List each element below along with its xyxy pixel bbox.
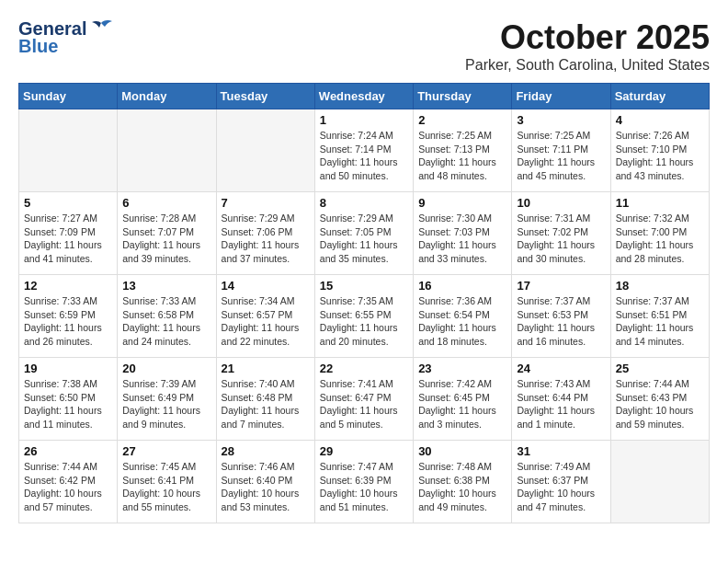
cell-w4-d5: 23Sunrise: 7:42 AMSunset: 6:45 PMDayligh… [414, 358, 512, 441]
week-row-4: 19Sunrise: 7:38 AMSunset: 6:50 PMDayligh… [19, 358, 710, 441]
day-number: 26 [24, 444, 112, 458]
cell-w3-d7: 18Sunrise: 7:37 AMSunset: 6:51 PMDayligh… [610, 275, 709, 358]
cell-w5-d5: 30Sunrise: 7:48 AMSunset: 6:38 PMDayligh… [414, 441, 512, 523]
day-info: Sunrise: 7:31 AMSunset: 7:02 PMDaylight:… [517, 212, 605, 266]
day-info: Sunrise: 7:30 AMSunset: 7:03 PMDaylight:… [418, 212, 506, 266]
day-number: 9 [418, 196, 506, 210]
cell-w4-d4: 22Sunrise: 7:41 AMSunset: 6:47 PMDayligh… [314, 358, 413, 441]
cell-w3-d4: 15Sunrise: 7:35 AMSunset: 6:55 PMDayligh… [314, 275, 413, 358]
day-number: 16 [418, 279, 506, 293]
day-number: 2 [418, 113, 506, 127]
day-info: Sunrise: 7:41 AMSunset: 6:47 PMDaylight:… [320, 377, 408, 431]
week-row-3: 12Sunrise: 7:33 AMSunset: 6:59 PMDayligh… [19, 275, 710, 358]
col-saturday: Saturday [610, 84, 709, 109]
day-info: Sunrise: 7:35 AMSunset: 6:55 PMDaylight:… [320, 294, 408, 349]
cell-w5-d7 [610, 441, 709, 523]
cell-w1-d1 [19, 109, 118, 192]
day-number: 14 [222, 279, 310, 293]
day-number: 23 [418, 362, 506, 375]
day-info: Sunrise: 7:32 AMSunset: 7:00 PMDaylight:… [616, 212, 704, 266]
cell-w2-d1: 5Sunrise: 7:27 AMSunset: 7:09 PMDaylight… [19, 192, 118, 275]
cell-w1-d7: 4Sunrise: 7:26 AMSunset: 7:10 PMDaylight… [610, 109, 709, 192]
month-title: October 2025 [465, 18, 710, 57]
day-info: Sunrise: 7:38 AMSunset: 6:50 PMDaylight:… [24, 377, 112, 431]
day-number: 31 [517, 444, 605, 458]
col-tuesday: Tuesday [216, 84, 314, 109]
cell-w2-d7: 11Sunrise: 7:32 AMSunset: 7:00 PMDayligh… [610, 192, 709, 275]
day-info: Sunrise: 7:48 AMSunset: 6:38 PMDaylight:… [418, 460, 506, 514]
day-number: 27 [122, 444, 210, 458]
cell-w1-d6: 3Sunrise: 7:25 AMSunset: 7:11 PMDaylight… [512, 109, 610, 192]
col-wednesday: Wednesday [314, 84, 413, 109]
day-info: Sunrise: 7:27 AMSunset: 7:09 PMDaylight:… [24, 212, 112, 266]
day-number: 20 [122, 362, 210, 375]
logo-bird-icon [88, 19, 114, 40]
day-info: Sunrise: 7:29 AMSunset: 7:05 PMDaylight:… [320, 212, 408, 266]
day-info: Sunrise: 7:46 AMSunset: 6:40 PMDaylight:… [222, 460, 310, 514]
day-number: 10 [517, 196, 605, 210]
cell-w3-d5: 16Sunrise: 7:36 AMSunset: 6:54 PMDayligh… [414, 275, 512, 358]
day-number: 11 [616, 196, 704, 210]
day-number: 4 [616, 113, 704, 127]
day-number: 21 [222, 362, 310, 375]
cell-w4-d7: 25Sunrise: 7:44 AMSunset: 6:43 PMDayligh… [610, 358, 709, 441]
day-number: 15 [320, 279, 408, 293]
day-info: Sunrise: 7:36 AMSunset: 6:54 PMDaylight:… [418, 294, 506, 349]
day-info: Sunrise: 7:25 AMSunset: 7:11 PMDaylight:… [517, 129, 605, 183]
title-section: October 2025 Parker, South Carolina, Uni… [465, 18, 710, 74]
week-row-2: 5Sunrise: 7:27 AMSunset: 7:09 PMDaylight… [19, 192, 710, 275]
calendar-header-row: Sunday Monday Tuesday Wednesday Thursday… [19, 84, 710, 109]
day-info: Sunrise: 7:42 AMSunset: 6:45 PMDaylight:… [418, 377, 506, 431]
day-info: Sunrise: 7:26 AMSunset: 7:10 PMDaylight:… [616, 129, 704, 183]
cell-w5-d2: 27Sunrise: 7:45 AMSunset: 6:41 PMDayligh… [118, 441, 216, 523]
week-row-1: 1Sunrise: 7:24 AMSunset: 7:14 PMDaylight… [19, 109, 710, 192]
day-info: Sunrise: 7:33 AMSunset: 6:59 PMDaylight:… [24, 294, 112, 349]
cell-w2-d6: 10Sunrise: 7:31 AMSunset: 7:02 PMDayligh… [512, 192, 610, 275]
day-info: Sunrise: 7:47 AMSunset: 6:39 PMDaylight:… [320, 460, 408, 514]
location: Parker, South Carolina, United States [465, 57, 710, 74]
cell-w4-d3: 21Sunrise: 7:40 AMSunset: 6:48 PMDayligh… [216, 358, 314, 441]
day-info: Sunrise: 7:24 AMSunset: 7:14 PMDaylight:… [320, 129, 408, 183]
cell-w2-d5: 9Sunrise: 7:30 AMSunset: 7:03 PMDaylight… [414, 192, 512, 275]
day-number: 28 [222, 444, 310, 458]
day-number: 6 [122, 196, 210, 210]
day-number: 13 [122, 279, 210, 293]
cell-w4-d1: 19Sunrise: 7:38 AMSunset: 6:50 PMDayligh… [19, 358, 118, 441]
col-monday: Monday [118, 84, 216, 109]
col-sunday: Sunday [19, 84, 118, 109]
day-number: 24 [517, 362, 605, 375]
cell-w3-d3: 14Sunrise: 7:34 AMSunset: 6:57 PMDayligh… [216, 275, 314, 358]
cell-w1-d3 [216, 109, 314, 192]
cell-w4-d6: 24Sunrise: 7:43 AMSunset: 6:44 PMDayligh… [512, 358, 610, 441]
day-info: Sunrise: 7:44 AMSunset: 6:43 PMDaylight:… [616, 377, 704, 431]
day-number: 30 [418, 444, 506, 458]
cell-w3-d2: 13Sunrise: 7:33 AMSunset: 6:58 PMDayligh… [118, 275, 216, 358]
day-info: Sunrise: 7:43 AMSunset: 6:44 PMDaylight:… [517, 377, 605, 431]
day-info: Sunrise: 7:44 AMSunset: 6:42 PMDaylight:… [24, 460, 112, 514]
cell-w2-d2: 6Sunrise: 7:28 AMSunset: 7:07 PMDaylight… [118, 192, 216, 275]
day-info: Sunrise: 7:40 AMSunset: 6:48 PMDaylight:… [222, 377, 310, 431]
day-info: Sunrise: 7:33 AMSunset: 6:58 PMDaylight:… [122, 294, 210, 349]
day-info: Sunrise: 7:39 AMSunset: 6:49 PMDaylight:… [122, 377, 210, 431]
page-header: General Blue October 2025 Parker, South … [18, 18, 710, 74]
cell-w3-d1: 12Sunrise: 7:33 AMSunset: 6:59 PMDayligh… [19, 275, 118, 358]
day-info: Sunrise: 7:45 AMSunset: 6:41 PMDaylight:… [122, 460, 210, 514]
day-number: 5 [24, 196, 112, 210]
cell-w5-d1: 26Sunrise: 7:44 AMSunset: 6:42 PMDayligh… [19, 441, 118, 523]
cell-w5-d4: 29Sunrise: 7:47 AMSunset: 6:39 PMDayligh… [314, 441, 413, 523]
day-number: 12 [24, 279, 112, 293]
day-info: Sunrise: 7:25 AMSunset: 7:13 PMDaylight:… [418, 129, 506, 183]
calendar-table: Sunday Monday Tuesday Wednesday Thursday… [18, 83, 710, 523]
col-thursday: Thursday [414, 84, 512, 109]
day-number: 8 [320, 196, 408, 210]
day-info: Sunrise: 7:34 AMSunset: 6:57 PMDaylight:… [222, 294, 310, 349]
col-friday: Friday [512, 84, 610, 109]
day-number: 29 [320, 444, 408, 458]
day-number: 3 [517, 113, 605, 127]
day-number: 1 [320, 113, 408, 127]
cell-w1-d2 [118, 109, 216, 192]
day-number: 17 [517, 279, 605, 293]
logo: General Blue [18, 18, 114, 57]
day-number: 25 [616, 362, 704, 375]
cell-w5-d6: 31Sunrise: 7:49 AMSunset: 6:37 PMDayligh… [512, 441, 610, 523]
